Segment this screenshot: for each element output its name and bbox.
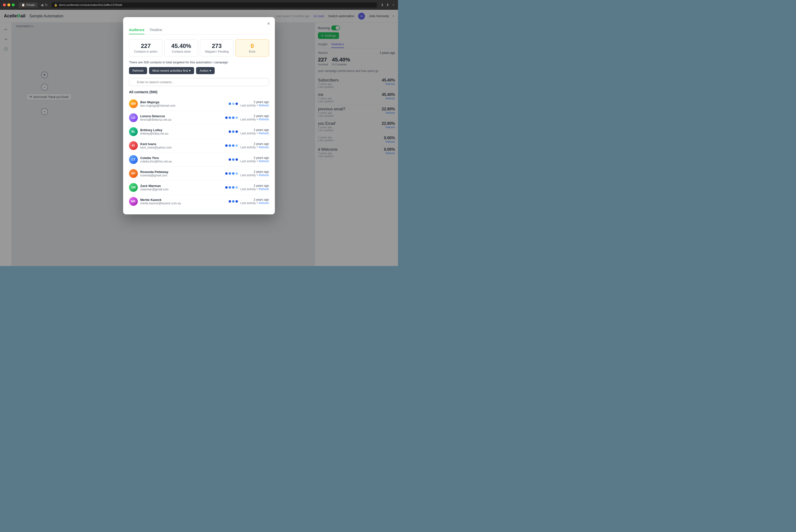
contact-refresh-link[interactable]: Refresh (259, 202, 269, 205)
contact-name: Mertie Kazeck (140, 198, 226, 202)
contact-time-sub: Last activity • Refresh (240, 132, 269, 135)
contact-email: rosenda@gmail.com (140, 174, 223, 177)
contact-refresh-link[interactable]: Refresh (259, 118, 269, 121)
contact-time-sub: Last activity • Refresh (240, 118, 269, 121)
contact-time-sub: Last activity • Refresh (240, 146, 269, 149)
activity-dot (232, 130, 234, 133)
secure-icon: 🔒 (54, 3, 58, 6)
maximize-traffic-light[interactable] (12, 3, 15, 6)
nav-refresh-button[interactable]: ↻ (45, 3, 48, 7)
app-container: AcelleMail Sample Automation Last saved:… (0, 10, 398, 266)
modal-close-button[interactable]: × (267, 21, 270, 26)
contact-avatar: BL (129, 127, 138, 136)
contact-activity-dots (229, 130, 238, 133)
contact-refresh-link[interactable]: Refresh (259, 146, 269, 149)
contact-refresh-link[interactable]: Refresh (259, 132, 269, 135)
dot-separator: • (257, 187, 258, 191)
contact-info: Ben Majorga ben.majorga@hotmail.com (140, 100, 226, 108)
contact-time-sub: Last activity • Refresh (240, 173, 269, 177)
contact-name: Rosenda Petteway (140, 170, 223, 174)
url-text: demo.acellemail.com/automation/5e12affbc… (59, 3, 122, 6)
contact-avatar: RP (129, 169, 138, 178)
share-icon[interactable]: ⬆ (386, 3, 389, 7)
last-activity-label: Last activity (240, 118, 256, 121)
contact-info: Lenora Delacruz lenora@delacruz.net.au (140, 114, 223, 121)
contact-item: CT Coletta Thro coletta.thro@thro.net.au… (129, 153, 269, 167)
modal-tab-audience[interactable]: Audience (129, 26, 145, 34)
action-button[interactable]: Action ▾ (196, 67, 214, 74)
contact-email: kent_ivans@yahoo.com (140, 146, 223, 149)
contact-refresh-link[interactable]: Refresh (259, 187, 269, 191)
activity-dot (235, 158, 238, 161)
dot-separator: • (257, 118, 258, 121)
contact-avatar: BM (129, 99, 138, 108)
contact-info: Brittney Lolley brittney@lolley.net.au (140, 128, 226, 135)
refresh-button[interactable]: Refresh (129, 67, 147, 74)
contact-avatar: CT (129, 155, 138, 164)
contact-time-main: 2 years ago (240, 156, 269, 159)
activity-dot (229, 200, 231, 203)
contact-info: Coletta Thro coletta.thro@thro.net.au (140, 156, 226, 163)
contact-item: BM Ben Majorga ben.majorga@hotmail.com 2… (129, 97, 269, 111)
browser-chrome: 📋 Private ◀ ↻ 🔒 demo.acellemail.com/auto… (0, 0, 398, 10)
download-icon[interactable]: ⬇ (381, 3, 384, 7)
sort-button[interactable]: Most recent activities first ▾ (149, 67, 194, 74)
modal-body: Audience Timeline 227 Contacts in action… (123, 26, 275, 214)
search-input[interactable] (129, 78, 269, 86)
contact-refresh-link[interactable]: Refresh (259, 104, 269, 107)
activity-dot (235, 102, 238, 105)
contact-item: KI Kent Ivans kent_ivans@yahoo.com 2 yea… (129, 139, 269, 153)
activity-dot (225, 186, 228, 189)
search-wrapper: 🔍 (129, 78, 269, 86)
contact-activity-dots (225, 172, 238, 175)
modal-tab-timeline[interactable]: Timeline (149, 26, 162, 34)
activity-dot (225, 116, 228, 119)
contact-time-main: 2 years ago (240, 184, 269, 187)
contact-avatar: KI (129, 141, 138, 150)
contact-refresh-link[interactable]: Refresh (259, 173, 269, 177)
contact-time: 2 years ago Last activity • Refresh (240, 156, 269, 163)
activity-dot (235, 200, 238, 203)
nav-back-button[interactable]: ◀ (41, 3, 43, 7)
contact-refresh-link[interactable]: Refresh (259, 159, 269, 163)
contact-time-main: 2 years ago (240, 128, 269, 132)
activity-dot (225, 172, 228, 175)
action-chevron-icon: ▾ (210, 69, 211, 72)
activity-dot (235, 172, 238, 175)
traffic-lights (3, 3, 15, 6)
contact-name: Brittney Lolley (140, 128, 226, 132)
activity-dot (235, 116, 238, 119)
activity-dot (232, 158, 234, 161)
contact-name: Lenora Delacruz (140, 114, 223, 118)
contact-email: coletta.thro@thro.net.au (140, 160, 226, 163)
url-bar[interactable]: 🔒 demo.acellemail.com/automation/5e12aff… (52, 2, 377, 7)
contact-name: Coletta Thro (140, 156, 226, 160)
last-activity-label: Last activity (240, 146, 256, 149)
stat-num-error: 0 (239, 42, 266, 50)
contact-item: MK Mertie Kazeck mertie.kazeck@kazeck.co… (129, 194, 269, 209)
last-activity-label: Last activity (240, 104, 256, 107)
audience-modal: × Audience Timeline 227 Contacts in acti… (123, 17, 275, 214)
contact-activity-dots (225, 145, 238, 147)
modal-toolbar: Refresh Most recent activities first ▾ A… (129, 67, 269, 74)
activity-dot (232, 102, 234, 105)
stat-box-done: 45.40% Contacts done (165, 39, 198, 57)
minimize-traffic-light[interactable] (7, 3, 10, 6)
contact-name: Kent Ivans (140, 142, 223, 146)
contact-activity-dots (229, 102, 238, 105)
activity-dot (235, 130, 238, 133)
contact-time-main: 2 years ago (240, 198, 269, 202)
activity-dot (229, 158, 231, 161)
close-traffic-light[interactable] (3, 3, 6, 6)
tab-label: Private (26, 3, 35, 6)
dot-separator: • (257, 146, 258, 149)
contact-info: Kent Ivans kent_ivans@yahoo.com (140, 142, 223, 149)
new-tab-icon[interactable]: ＋ (392, 3, 395, 7)
activity-dot (232, 200, 234, 203)
sort-label: Most recent activities first (152, 69, 188, 72)
stat-box-action: 227 Contacts in action (129, 39, 163, 57)
contact-time: 2 years ago Last activity • Refresh (240, 198, 269, 205)
contact-time: 2 years ago Last activity • Refresh (240, 128, 269, 135)
stat-num-done: 45.40% (168, 42, 195, 50)
browser-tab[interactable]: 📋 Private (19, 2, 38, 7)
